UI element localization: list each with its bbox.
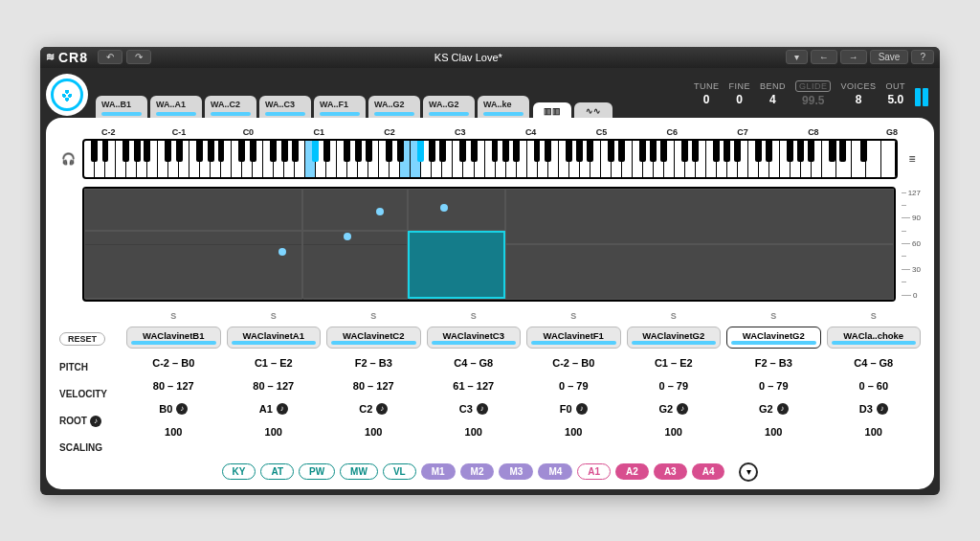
solo-button[interactable]: S [471,311,477,321]
black-key[interactable] [566,141,572,163]
velocity-range[interactable]: 0 – 79 [726,377,821,394]
param-tune[interactable]: TUNE0 [694,81,720,106]
zone[interactable] [302,231,408,300]
black-key[interactable] [797,141,804,163]
sample-name[interactable]: WAClavinetA1 [227,327,322,349]
undo-button[interactable]: ↶ [98,50,122,64]
black-key[interactable] [386,141,392,163]
mod-source[interactable]: PW [299,463,335,480]
preset-prev-button[interactable]: ← [811,50,837,64]
sample-name[interactable]: WAClavinetG2 [627,327,722,349]
preset-next-button[interactable]: → [840,50,867,64]
black-key[interactable] [355,141,362,163]
black-key[interactable] [165,141,171,163]
root-note[interactable]: B0 ♪ [126,400,221,417]
sample-tab[interactable]: WA..B1 [96,96,147,118]
sample-tab[interactable]: WA..G2 [423,96,475,118]
sample-name[interactable]: WACla..choke [827,327,922,349]
zone[interactable] [84,189,302,231]
velocity-range[interactable]: 80 – 127 [326,377,421,394]
mod-aux[interactable]: A2 [615,463,649,480]
mod-source[interactable]: AT [260,463,294,480]
mod-macro[interactable]: M2 [460,463,495,480]
velocity-range[interactable]: 0 – 60 [827,377,922,394]
tab-mixer-view[interactable]: ∿∿ [574,102,612,118]
black-key[interactable] [429,141,435,163]
scaling-value[interactable]: 100 [827,423,922,440]
solo-button[interactable]: S [271,311,277,321]
black-key[interactable] [218,141,225,163]
black-key[interactable] [618,141,625,163]
scaling-value[interactable]: 100 [627,423,722,440]
black-key[interactable] [134,141,141,163]
zone[interactable] [505,189,894,244]
sample-tab[interactable]: WA..F1 [314,96,366,118]
root-note[interactable]: G2 ♪ [726,400,821,417]
black-key[interactable] [397,141,404,163]
zone[interactable] [84,231,302,300]
zone[interactable] [302,189,408,231]
keyboard[interactable] [82,139,898,179]
solo-button[interactable]: S [570,311,576,321]
black-key[interactable] [755,141,762,163]
param-voices[interactable]: VOICES8 [840,81,876,106]
velocity-range[interactable]: 0 – 79 [627,377,722,394]
root-note[interactable]: D3 ♪ [827,400,922,417]
pitch-range[interactable]: C-2 – B0 [126,354,221,372]
black-key[interactable] [808,141,814,163]
pitch-range[interactable]: C-2 – B0 [526,354,621,372]
black-key[interactable] [587,141,593,163]
mod-source[interactable]: KY [222,463,256,480]
black-key[interactable] [692,141,699,163]
black-key[interactable] [829,141,835,163]
scaling-value[interactable]: 100 [126,423,221,440]
headphones-icon[interactable]: 🎧 [59,152,77,166]
scaling-value[interactable]: 100 [427,423,522,440]
black-key[interactable] [513,141,520,163]
sample-tab[interactable]: WA..ke [478,96,529,118]
reset-button[interactable]: RESET [59,332,105,346]
sample-tab[interactable]: WA..C3 [259,96,311,118]
root-note[interactable]: C3 ♪ [427,400,522,417]
black-key[interactable] [660,141,667,163]
mod-macro[interactable]: M4 [538,463,572,480]
velocity-range[interactable]: 80 – 127 [227,377,322,394]
black-key[interactable] [366,141,372,163]
mod-macro[interactable]: M1 [421,463,456,480]
mod-aux[interactable]: A4 [692,463,725,480]
black-key[interactable] [344,141,350,163]
menu-icon[interactable]: ≡ [903,152,921,166]
pitch-range[interactable]: C4 – G8 [827,354,922,372]
black-key[interactable] [766,141,772,163]
pitch-range[interactable]: C1 – E2 [627,354,722,372]
solo-button[interactable]: S [770,311,776,321]
help-button[interactable]: ? [911,50,934,64]
sample-tab[interactable]: WA..A1 [150,96,202,118]
black-key[interactable] [724,141,730,163]
preset-menu-button[interactable]: ▾ [786,50,808,64]
black-key[interactable] [250,141,256,163]
tab-keyboard-view[interactable]: ▥▥ [533,102,571,118]
black-key[interactable] [439,141,446,163]
black-key[interactable] [102,141,109,163]
velocity-range[interactable]: 0 – 79 [526,377,621,394]
solo-button[interactable]: S [671,311,677,321]
black-key[interactable] [91,141,98,163]
redo-button[interactable]: ↷ [126,50,151,64]
black-key[interactable] [650,141,657,163]
sample-name[interactable]: WAClavinetB1 [126,327,221,349]
black-key[interactable] [417,141,424,163]
black-key[interactable] [576,141,583,163]
sample-name[interactable]: WAClavinetF1 [526,327,621,349]
black-key[interactable] [270,141,277,163]
pitch-range[interactable]: C1 – E2 [227,354,322,372]
black-key[interactable] [545,141,551,163]
black-key[interactable] [734,141,741,163]
velocity-map[interactable] [82,187,896,302]
root-note[interactable]: F0 ♪ [526,400,621,417]
solo-button[interactable]: S [370,311,376,321]
black-key[interactable] [839,141,846,163]
sample-name[interactable]: WAClavinetG2 [726,327,821,349]
mod-aux[interactable]: A1 [577,463,611,480]
sample-name[interactable]: WAClavinetC3 [427,327,522,349]
